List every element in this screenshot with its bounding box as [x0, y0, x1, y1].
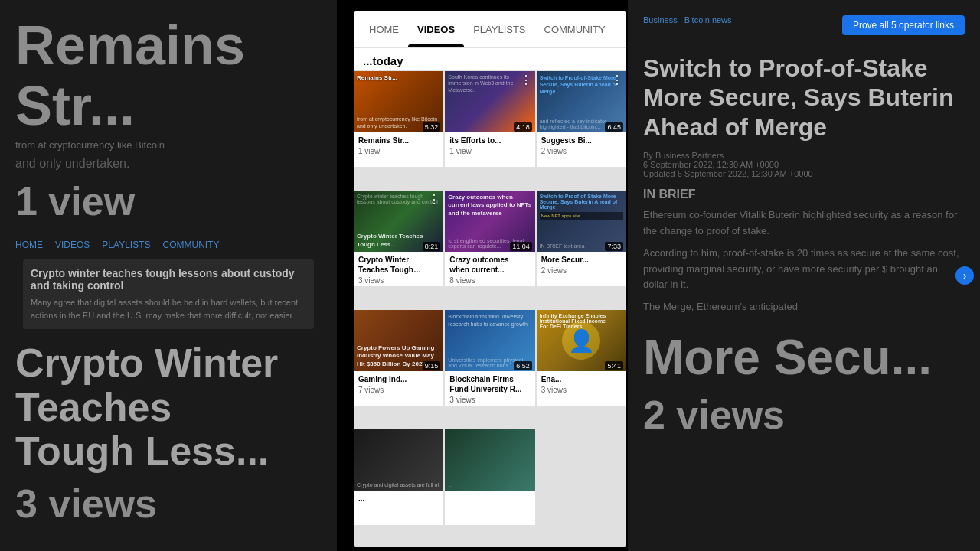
thumb-overlay-5: Crazy outcomes when current laws applied…: [448, 194, 531, 217]
bg-right-big-title: More Secu...: [643, 331, 965, 384]
bg-left-panel: Crypto winter teaches tough lessons abou…: [23, 259, 314, 329]
video-card-3[interactable]: Switch to Proof-of-Stake More Secure, Sa…: [537, 71, 626, 167]
bg-right-views2: 2 views: [643, 392, 965, 438]
bg-panel-text: Many agree that digital assets should be…: [31, 296, 306, 321]
video-title-10: ...: [358, 494, 439, 504]
video-duration-5: 11:04: [510, 242, 532, 251]
video-card-6[interactable]: Switch to Proof-of-Stake More Secure, Sa…: [537, 191, 626, 286]
video-modal: HOME VIDEOS PLAYLISTS COMMUNITY ...today…: [354, 11, 626, 547]
bg-right-text1: Ethereum co-founder Vitalik Buterin high…: [643, 207, 965, 240]
video-title-2: its Efforts to...: [449, 135, 530, 145]
bg-right-section: IN BRIEF: [643, 187, 965, 201]
video-info-11: [445, 491, 534, 525]
video-views-9: 3 views: [541, 386, 622, 394]
video-info-3: Suggests Bi... 2 views: [537, 132, 626, 167]
video-thumb-11: ...: [445, 429, 534, 491]
video-title-8: Blockchain Firms Fund University R...: [449, 374, 530, 394]
video-title-9: Ena...: [541, 374, 622, 384]
bg-panel-title: Crypto winter teaches tough lessons abou…: [31, 267, 306, 292]
channel-title: ...today: [354, 48, 626, 71]
background-right: Business Bitcoin news Prove all 5 operat…: [628, 0, 980, 551]
thumb-overlay-6: Switch to Proof-of-Stake More Secure, Sa…: [540, 194, 623, 210]
video-views-5: 8 views: [449, 276, 530, 285]
thumb-overlay-1: Remains Str...: [357, 74, 440, 82]
bg-right-text2: According to him, proof-of-stake is 20 t…: [643, 246, 965, 293]
video-info-1: Remains Str... 1 view: [354, 132, 443, 167]
video-info-5: Crazy outcomes when current... 8 views: [445, 252, 534, 286]
video-card-1[interactable]: Remains Str... from at cryptocurrency li…: [354, 71, 443, 167]
video-title-7: Gaming Ind...: [358, 374, 439, 384]
video-duration-1: 5:32: [423, 122, 441, 132]
video-duration-2: 4:18: [514, 122, 532, 132]
video-card-2[interactable]: South Korea continues its immersion in W…: [445, 71, 534, 167]
bg-right-article-title: Switch to Proof-of-Stake More Secure, Sa…: [643, 54, 965, 142]
video-card-9[interactable]: 👤 Infinity Exchange Enables Institutiona…: [537, 310, 626, 406]
scroll-right-button[interactable]: ›: [956, 266, 974, 285]
video-views-4: 3 views: [358, 276, 439, 285]
video-views-8: 3 views: [449, 396, 530, 404]
video-card-8[interactable]: Blockchain firms fund university researc…: [445, 310, 534, 406]
video-info-6: More Secur... 2 views: [537, 252, 626, 286]
bg-left-nav: HOME VIDEOS PLAYLISTS COMMUNITY: [15, 240, 322, 250]
tab-home[interactable]: HOME: [360, 13, 408, 46]
video-title-6: More Secur...: [541, 255, 622, 265]
video-views-3: 2 views: [541, 147, 622, 155]
video-card-7[interactable]: Crypto Powers Up Gaming Industry Whose V…: [354, 310, 443, 406]
video-views-6: 2 views: [541, 266, 622, 275]
video-duration-7: 9:15: [423, 361, 441, 370]
background-left: Remains Str... from at cryptocurrency li…: [0, 0, 337, 551]
tab-community[interactable]: COMMUNITY: [535, 13, 615, 46]
video-card-5[interactable]: Crazy outcomes when current laws applied…: [445, 191, 534, 286]
bg-right-text3: The Merge, Ethereum's anticipated: [643, 299, 965, 315]
thumb-badge-6: New NFT apps site: [540, 212, 623, 220]
bg-left-small-text1: from at cryptocurrency like Bitcoin: [15, 139, 322, 151]
video-info-2: its Efforts to... 1 view: [445, 132, 534, 167]
bg-left-title2: Crypto WinterTeachesTough Less...: [15, 341, 322, 473]
bg-right-button: Prove all 5 operator links: [842, 15, 965, 35]
bg-right-nav-links: Business Bitcoin news: [643, 15, 732, 24]
tab-playlists[interactable]: PLAYLISTS: [464, 13, 534, 46]
video-duration-9: 5:41: [605, 361, 623, 370]
video-title-1: Remains Str...: [358, 135, 439, 145]
bg-left-title: Remains Str...: [15, 15, 322, 136]
video-title-5: Crazy outcomes when current...: [449, 255, 530, 275]
video-grid: Remains Str... from at cryptocurrency li…: [354, 71, 626, 547]
video-views-2: 1 view: [449, 147, 530, 155]
video-info-9: Ena... 3 views: [537, 371, 626, 406]
video-duration-6: 7:33: [605, 242, 623, 251]
video-menu-4[interactable]: ⋮: [428, 194, 440, 206]
video-duration-3: 6:45: [605, 122, 623, 132]
bg-left-small-text2: and only undertaken.: [15, 157, 322, 171]
video-views-1: 1 view: [358, 147, 439, 155]
video-menu-2[interactable]: ⋮: [520, 74, 532, 86]
video-duration-8: 6:52: [514, 361, 532, 370]
video-card-11[interactable]: ...: [445, 429, 534, 525]
video-menu-3[interactable]: ⋮: [611, 74, 623, 86]
nav-tabs: HOME VIDEOS PLAYLISTS COMMUNITY: [354, 11, 626, 48]
video-views-7: 7 views: [358, 386, 439, 394]
tab-videos[interactable]: VIDEOS: [408, 13, 464, 46]
thumb-overlay-9: Infinity Exchange Enables Institutional …: [540, 313, 608, 329]
bg-right-meta: By Business Partners 6 September 2022, 1…: [643, 151, 965, 178]
video-info-7: Gaming Ind... 7 views: [354, 371, 443, 406]
bg-left-views1: 1 view: [15, 178, 322, 224]
video-title-4: Crypto Winter Teaches Tough Less...: [358, 255, 439, 275]
video-info-10: ...: [354, 491, 443, 525]
video-title-3: Suggests Bi...: [541, 135, 622, 145]
thumb-text-10: Crypto and digital assets are full of: [357, 482, 440, 487]
thumb-overlay-8: Blockchain firms fund university researc…: [448, 313, 531, 328]
video-duration-4: 8:21: [423, 242, 441, 251]
video-info-4: Crypto Winter Teaches Tough Less... 3 vi…: [354, 252, 443, 286]
bg-left-views2: 3 views: [15, 481, 322, 527]
thumb-text-11: ...: [448, 482, 531, 487]
video-info-8: Blockchain Firms Fund University R... 3 …: [445, 371, 534, 406]
video-card-10[interactable]: Crypto and digital assets are full of ..…: [354, 429, 443, 525]
video-card-4[interactable]: Crypto Winter Teaches Tough Less... Cryp…: [354, 191, 443, 286]
video-thumb-10: Crypto and digital assets are full of: [354, 429, 443, 491]
